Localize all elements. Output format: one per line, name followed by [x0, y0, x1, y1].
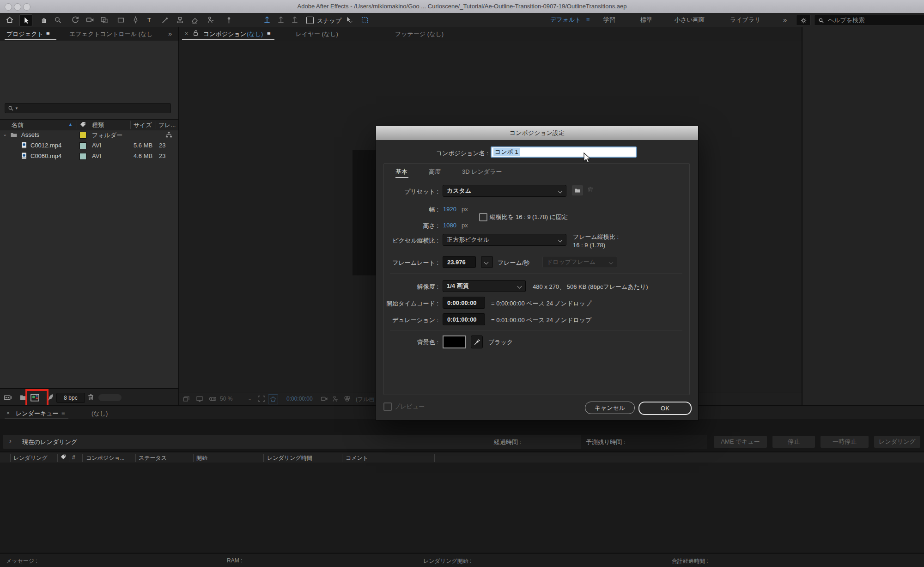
label-color-column-icon[interactable]	[79, 121, 86, 128]
type-tool-icon[interactable]: T	[143, 14, 155, 25]
rq-col-started[interactable]: 開始	[196, 454, 207, 462]
row-name[interactable]: C0060.mp4	[30, 152, 61, 159]
label-swatch-avi[interactable]	[79, 153, 86, 160]
panel-overflow-icon[interactable]: »	[168, 30, 172, 37]
world-axis-mode-icon[interactable]	[275, 14, 287, 25]
table-row-c0060[interactable]: C0060.mp4 AVI 4.6 MB 23	[0, 151, 178, 161]
dialog-tab-3d-renderer[interactable]: 3D レンダラー	[462, 168, 502, 176]
roi-icon[interactable]	[258, 395, 265, 402]
col-size[interactable]: サイズ	[134, 121, 152, 129]
home-tool-icon[interactable]	[4, 14, 16, 25]
table-row-assets[interactable]: ⌄ Assets フォルダー	[0, 129, 178, 140]
comp-tab-menu-icon[interactable]: ≡	[267, 30, 271, 37]
rq-col-comment[interactable]: コメント	[346, 454, 368, 462]
project-tab-menu-icon[interactable]: ≡	[46, 30, 50, 37]
queue-in-ame-button[interactable]: AME でキュー	[714, 436, 767, 448]
par-dropdown[interactable]: 正方形ピクセル	[443, 234, 566, 246]
rectangle-tool-icon[interactable]	[115, 14, 127, 25]
viewer-timecode[interactable]: 0:00:00:00	[286, 396, 313, 402]
lock-icon[interactable]	[192, 30, 199, 37]
workspace-overflow-icon[interactable]: »	[783, 16, 787, 24]
tab-render-queue[interactable]: レンダーキュー	[16, 409, 59, 418]
rotation-tool-icon[interactable]	[69, 14, 81, 25]
bg-color-swatch[interactable]	[443, 335, 466, 348]
rq-col-status[interactable]: ステータス	[139, 454, 167, 462]
start-timecode-input[interactable]: 0:00:00:00	[443, 297, 485, 309]
workspace-tab-default[interactable]: デフォルト	[550, 16, 581, 24]
magnification-chevron-icon[interactable]: ⌄	[248, 396, 252, 402]
width-value[interactable]: 1920	[443, 206, 456, 213]
row-name[interactable]: Assets	[21, 131, 39, 138]
framerate-input[interactable]: 23.976	[443, 256, 476, 268]
roto-brush-tool-icon[interactable]	[205, 14, 217, 25]
sort-asc-icon[interactable]: ▲	[68, 122, 73, 127]
rq-label-column-icon[interactable]	[60, 454, 67, 460]
current-render-chevron-icon[interactable]: ›	[9, 437, 12, 445]
bg-eyedropper-icon[interactable]	[471, 335, 483, 348]
adjustment-icon[interactable]	[47, 393, 55, 401]
rq-tab-close-icon[interactable]: ×	[6, 410, 10, 416]
snap-checkbox[interactable]	[306, 17, 314, 24]
eraser-tool-icon[interactable]	[188, 14, 201, 25]
folder-expand-icon[interactable]: ⌄	[3, 131, 7, 137]
tab-composition[interactable]: コンポジション	[203, 30, 246, 38]
view-axis-mode-icon[interactable]	[289, 14, 301, 25]
stop-button[interactable]: 停止	[772, 436, 815, 448]
col-name[interactable]: 名前	[12, 121, 24, 129]
delete-icon[interactable]	[87, 393, 95, 401]
pause-button[interactable]: 一時停止	[821, 436, 869, 448]
save-preset-icon[interactable]	[572, 185, 583, 195]
resolution-menu-partial[interactable]: (フル画	[356, 396, 375, 403]
snap-cursor-icon[interactable]	[343, 14, 355, 25]
project-search-dropdown-icon[interactable]: ▼	[15, 106, 18, 110]
tab-effect-controls[interactable]: エフェクトコントロール (なし	[69, 30, 153, 38]
ok-button[interactable]: OK	[638, 402, 692, 415]
workspace-tab-small-screen[interactable]: 小さい画面	[675, 16, 705, 24]
puppet-pin-tool-icon[interactable]	[223, 14, 235, 25]
magnification-value[interactable]: 50 %	[220, 396, 232, 402]
vr-view-icon[interactable]	[209, 395, 217, 403]
sync-settings-icon[interactable]	[796, 15, 811, 26]
dialog-titlebar[interactable]: コンポジション設定	[376, 126, 698, 140]
project-search-field[interactable]: ▼	[5, 103, 171, 113]
show-snapshot-icon[interactable]	[332, 395, 339, 402]
monitor-icon[interactable]	[196, 395, 203, 402]
duration-input[interactable]: 0:01:00:00	[443, 313, 485, 325]
help-search-field[interactable]: ヘルプを検索	[814, 15, 924, 26]
tab-footage[interactable]: フッテージ (なし)	[395, 30, 444, 38]
dialog-tab-basic[interactable]: 基本	[395, 168, 407, 176]
brush-tool-icon[interactable]	[159, 14, 171, 25]
rq-col-number[interactable]: #	[72, 454, 75, 461]
framerate-dropdown[interactable]	[481, 256, 493, 268]
cancel-button[interactable]: キャンセル	[585, 402, 635, 414]
delete-preset-icon[interactable]	[587, 186, 594, 193]
comp-name-input[interactable]: コンポ 1	[491, 146, 637, 158]
preset-dropdown[interactable]: カスタム	[443, 185, 566, 197]
tab-project[interactable]: プロジェクト	[6, 30, 43, 38]
workspace-tab-libraries[interactable]: ライブラリ	[730, 16, 761, 24]
channels-icon[interactable]	[343, 395, 351, 402]
hand-tool-icon[interactable]	[38, 14, 50, 25]
rq-col-render-time[interactable]: レンダリング時間	[267, 454, 312, 462]
table-row-c0012[interactable]: C0012.mp4 AVI 5.6 MB 23	[0, 140, 178, 151]
row-name[interactable]: C0012.mp4	[30, 142, 61, 149]
local-axis-mode-icon[interactable]	[261, 14, 273, 25]
resolution-dropdown[interactable]: 1/4 画質	[443, 280, 526, 292]
workspace-tab-learn[interactable]: 学習	[603, 16, 615, 24]
height-value[interactable]: 1080	[443, 222, 456, 229]
mini-flowchart-icon[interactable]	[182, 395, 190, 402]
interpret-footage-icon[interactable]	[4, 393, 12, 402]
snap-marquee-icon[interactable]	[359, 14, 371, 25]
camera-tool-icon[interactable]	[84, 14, 96, 25]
clone-stamp-tool-icon[interactable]	[174, 14, 186, 25]
selection-tool-icon[interactable]	[19, 14, 32, 26]
mask-visibility-icon[interactable]	[268, 394, 278, 404]
col-frame[interactable]: フレ...	[158, 121, 176, 129]
zoom-tool-icon[interactable]	[52, 14, 64, 25]
label-swatch-folder[interactable]	[79, 132, 86, 139]
render-button[interactable]: レンダリング	[874, 436, 920, 448]
rq-tab-menu-icon[interactable]: ≡	[61, 409, 65, 416]
bit-depth-button[interactable]: 8 bpc	[56, 393, 85, 403]
pen-tool-icon[interactable]	[129, 14, 141, 25]
comp-tab-close-icon[interactable]: ×	[185, 30, 188, 37]
